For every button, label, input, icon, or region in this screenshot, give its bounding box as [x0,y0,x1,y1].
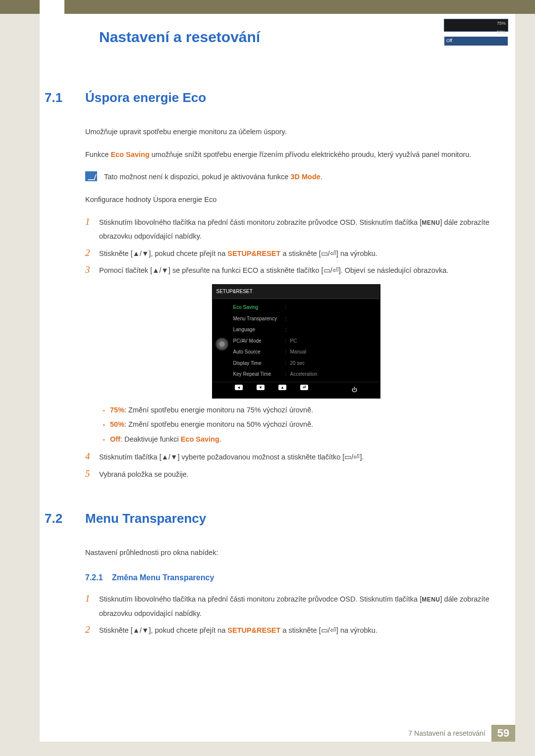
osd-colon: : [285,336,290,346]
osd-row-menu-transparency: Menu Transparency: [233,313,376,324]
text: : Změní spotřebu energie monitoru na 50%… [124,420,313,428]
highlight: Off [110,435,120,443]
text: Stiskněte [ [99,250,133,257]
top-banner [0,0,535,14]
menu-key-label: MENU [422,596,440,603]
osd-footer: ◂ ▾ ▴ ⏎ ⏻ [213,382,380,398]
highlight-eco-saving: Eco Saving [111,151,150,158]
section-number: 7.2 [40,511,85,526]
bullet-75: 75%: Změní spotřebu energie monitoru na … [99,403,493,417]
text: Stiskněte [ [99,626,133,634]
text: : Deaktivuje funkci [120,435,181,443]
highlight: Eco Saving [181,435,219,443]
osd-label: Display Time [233,358,285,368]
step-3: 3 Pomocí tlačítek [▲/▼] se přesuňte na f… [85,263,493,447]
page-card: Nastavení a resetování 7.1 Úspora energi… [40,14,515,742]
text: Off [446,37,452,46]
bullet-50: 50%: Změní spotřebu energie monitoru na … [99,418,493,432]
osd-colon: : [285,302,290,312]
osd-nav-up-icon: ▴ [278,385,286,390]
text: 50% [497,28,506,37]
osd-value: PC [290,336,297,346]
section-number: 7.1 [40,90,85,105]
step-2: 2 Stiskněte [▲/▼], pokud chcete přejít n… [85,623,493,637]
step-number: 1 [85,215,99,229]
osd-option-off-selected: Off [444,37,508,46]
osd-label: Eco Saving [233,302,285,312]
select-enter-icon: ▭/⏎ [323,266,339,274]
page-footer: 7 Nastavení a resetování 59 [40,725,515,742]
text: Stisknutím libovolného tlačítka na předn… [99,218,422,226]
step-number: 4 [85,450,99,463]
text: . [219,435,221,443]
footer-page-number: 59 [491,725,515,742]
step-number: 1 [85,592,99,605]
osd-nav-enter-icon: ⏎ [300,385,308,390]
step-text: Stisknutím libovolného tlačítka na předn… [99,592,493,620]
footer-chapter-label: 7 Nastavení a resetování [408,729,485,737]
osd-label: Menu Transparency [233,314,285,324]
text: ] na výrobku. [336,626,377,634]
text: a stiskněte [ [280,250,321,257]
osd-colon: : [285,347,290,357]
section-title: Úspora energie Eco [85,90,206,105]
osd-title: SETUP&RESET [213,285,380,299]
paragraph: Funkce Eco Saving umožňuje snížit spotře… [85,148,493,162]
text: 75% [497,19,506,28]
step-5: 5 Vybraná položka se použije. [85,467,493,481]
text: ] se přesuňte na funkci ECO a stiskněte … [168,266,323,274]
text: ]. Objeví se následující obrazovka. [339,266,449,274]
step-text: Stiskněte [▲/▼], pokud chcete přejít na … [99,623,493,637]
text: ] na výrobku. [336,250,377,257]
osd-value: Manual [290,347,307,357]
step-2: 2 Stiskněte [▲/▼], pokud chcete přejít n… [85,247,493,260]
osd-colon: : [285,358,290,368]
step-1: 1 Stisknutím libovolného tlačítka na pře… [85,592,493,620]
select-enter-icon: ▭/⏎ [321,250,336,257]
highlight: 50% [110,420,124,428]
osd-menu-table: Eco Saving : 75% 50% Off Menu Transparen… [233,302,376,380]
osd-option-50: 50% [444,28,508,37]
subsection-number: 7.2.1 [85,573,112,582]
paragraph: Nastavení průhlednosti pro okna nabídek: [85,546,493,560]
chapter-title: Nastavení a resetování [99,29,493,46]
highlight-setup-reset: SETUP&RESET [227,626,280,634]
bullet-off: Off: Deaktivuje funkci Eco Saving. [99,433,493,447]
osd-row-eco-saving: Eco Saving : 75% 50% Off [233,302,376,313]
section-heading-7-2: 7.2 Menu Transparency [40,511,493,526]
up-down-icon: ▲/▼ [133,626,149,634]
sub-bullet-list: 75%: Změní spotřebu energie monitoru na … [99,403,493,447]
text: Pomocí tlačítek [ [99,266,152,274]
step-number: 2 [85,247,99,260]
step-number: 3 [85,263,99,277]
osd-option-popup: 75% 50% Off [444,19,508,32]
note-callout: Tato možnost není k dispozici, pokud je … [85,170,493,184]
osd-row-pcav: PC/AV Mode:PC [233,335,376,347]
subsection-title: Změna Menu Transparency [112,573,214,582]
section-heading-7-1: 7.1 Úspora energie Eco [40,90,493,105]
osd-value: Acceleration [290,369,318,379]
osd-label: Key Repeat Time [233,369,285,379]
up-down-icon: ▲/▼ [133,250,149,257]
steps-list: 1 Stisknutím libovolného tlačítka na pře… [85,215,493,481]
step-number: 2 [85,623,99,637]
text: Tato možnost není k dispozici, pokud je … [104,173,290,181]
config-heading: Konfigurace hodnoty Úspora energie Eco [85,193,493,207]
text: ]. [360,453,364,461]
osd-row-auto-source: Auto Source:Manual [233,347,376,358]
text: Funkce [85,151,111,158]
highlight-3d-mode: 3D Mode [290,173,320,181]
paragraph: Umožňuje upravit spotřebu energie monito… [85,125,493,139]
osd-label: Auto Source [233,347,285,357]
osd-label: PC/AV Mode [233,336,285,346]
text: : Změní spotřebu energie monitoru na 75%… [124,406,313,414]
highlight-setup-reset: SETUP&RESET [227,250,280,257]
text: ], pokud chcete přejít na [149,250,227,257]
step-text: Pomocí tlačítek [▲/▼] se přesuňte na fun… [99,263,493,447]
text: Stisknutím libovolného tlačítka na předn… [99,595,422,603]
osd-label: Language [233,325,285,335]
tab-notch [40,0,64,14]
select-enter-icon: ▭/⏎ [321,626,336,634]
up-down-icon: ▲/▼ [161,453,178,461]
text: ] vyberte požadovanou možnost a stisknět… [177,453,344,461]
